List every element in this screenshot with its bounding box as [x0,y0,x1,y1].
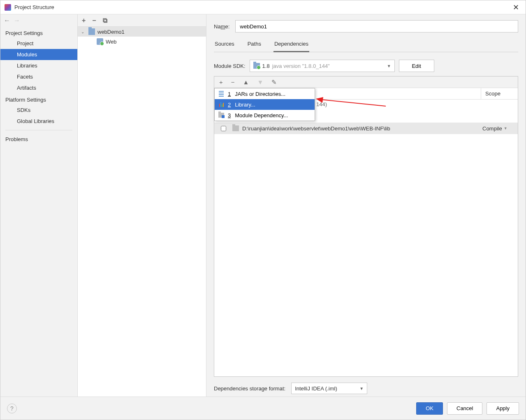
tab-sources[interactable]: Sources [214,38,235,52]
sdk-folder-icon [253,63,260,69]
remove-module-icon[interactable]: − [92,17,96,24]
popup-item-jars[interactable]: 1 JARs or Directories... [215,88,315,99]
dependencies-table: + − ▲ ▼ ✎ 1 JARs or Directories... [214,76,518,377]
project-structure-window: Project Structure ✕ ← → Project Settings… [0,0,526,420]
forward-arrow-icon[interactable]: → [14,17,20,24]
folder-icon [232,125,239,131]
add-dependency-icon[interactable]: + [219,79,223,86]
move-down-icon[interactable]: ▼ [257,79,263,86]
sdk-label: Module SDK: [214,63,246,69]
add-dependency-popup: 1 JARs or Directories... 2 Library... 3 [214,88,315,121]
section-header-project-settings: Project Settings [0,27,77,38]
popup-item-label: JARs or Directories... [235,91,285,97]
titlebar: Project Structure ✕ [0,0,526,14]
remove-dependency-icon[interactable]: − [231,79,235,86]
sidebar-item-facets[interactable]: Facets [0,71,77,82]
storage-label: Dependencies storage format: [214,385,285,392]
sidebar-item-project[interactable]: Project [0,38,77,49]
module-name-input[interactable] [235,20,518,32]
module-dep-icon [218,112,225,118]
tab-paths[interactable]: Paths [247,38,262,52]
tree-node-module[interactable]: ⌄ webDemo1 [78,27,206,37]
chevron-down-icon: ▼ [504,126,507,130]
popup-item-num: 2 [228,102,231,108]
footer-buttons: OK Cancel Apply [416,402,519,415]
name-label: Name: [214,23,229,30]
tabs: Sources Paths Dependencies [214,38,518,52]
sidebar: ← → Project Settings Project Modules Lib… [0,14,78,397]
sidebar-item-modules[interactable]: Modules [0,49,77,60]
add-module-icon[interactable]: + [82,17,86,24]
edit-sdk-button[interactable]: Edit [399,60,434,72]
sidebar-item-libraries[interactable]: Libraries [0,60,77,71]
popup-item-library[interactable]: 2 Library... [215,99,315,110]
storage-row: Dependencies storage format: IntelliJ ID… [214,383,518,394]
jar-icon [218,90,225,97]
detail-panel: Name: Sources Paths Dependencies Module … [206,14,526,397]
dep-table-blank [214,134,518,376]
move-up-icon[interactable]: ▲ [243,79,249,86]
dependency-path: D:\ruanjian\idea\work\webservlet\webDemo… [242,125,390,132]
popup-item-num: 3 [228,112,231,118]
dependency-row[interactable]: D:\ruanjian\idea\work\webservlet\webDemo… [214,123,518,134]
popup-item-num: 1 [228,91,231,97]
storage-select[interactable]: IntelliJ IDEA (.iml) ▼ [291,383,367,394]
export-checkbox[interactable] [221,126,226,131]
tree-node-label: Web [106,39,117,45]
chevron-down-icon: ▼ [387,64,391,68]
tree-node-label: webDemo1 [97,29,125,35]
sdk-desc-text: java version "1.8.0_144" [272,63,330,69]
module-folder-icon [88,28,95,35]
sidebar-item-global-libraries[interactable]: Global Libraries [0,116,77,127]
help-icon[interactable]: ? [7,404,17,413]
sidebar-item-problems[interactable]: Problems [0,134,77,145]
section-header-platform-settings: Platform Settings [0,93,77,104]
app-icon [5,4,11,11]
copy-module-icon[interactable]: ⧉ [103,17,107,24]
sidebar-item-sdks[interactable]: SDKs [0,104,77,116]
chevron-down-icon: ▼ [359,386,364,391]
scope-value: Compile [482,125,502,132]
sdk-select[interactable]: 1.8 java version "1.8.0_144" ▼ [250,60,395,72]
tree-toolbar: + − ⧉ [78,14,206,27]
dep-toolbar: + − ▲ ▼ ✎ [214,77,518,88]
tree-node-web[interactable]: Web [78,37,206,46]
scope-column-header: Scope [481,88,518,99]
close-icon[interactable]: ✕ [510,3,521,12]
library-icon [218,101,225,108]
sidebar-divider [5,130,72,130]
popup-item-label: Module Dependency... [235,112,288,118]
tab-dependencies[interactable]: Dependencies [273,38,309,52]
expand-chevron-icon[interactable]: ⌄ [79,30,86,34]
popup-item-module-dep[interactable]: 3 Module Dependency... [215,110,315,121]
web-facet-icon [97,38,103,45]
sdk-version-text: 1.8 [262,63,270,69]
sdk-row: Module SDK: 1.8 java version "1.8.0_144"… [214,60,518,72]
sidebar-item-artifacts[interactable]: Artifacts [0,82,77,93]
apply-button[interactable]: Apply [487,402,519,415]
storage-value: IntelliJ IDEA (.iml) [295,385,337,392]
ok-button[interactable]: OK [416,402,443,415]
obscured-row-tail: 144) [316,101,327,107]
popup-item-label: Library... [235,102,255,108]
dep-table-header: 1 JARs or Directories... 2 Library... 3 [214,88,518,100]
cancel-button[interactable]: Cancel [447,402,482,415]
scope-cell[interactable]: Compile ▼ [481,125,518,132]
dialog-body: ← → Project Settings Project Modules Lib… [0,14,526,397]
nav-history: ← → [0,14,77,27]
dialog-footer: ? OK Cancel Apply [0,397,526,420]
window-title: Project Structure [14,4,510,10]
export-checkbox-cell [214,126,232,131]
name-row: Name: [214,20,518,32]
back-arrow-icon[interactable]: ← [4,17,10,24]
edit-dependency-icon[interactable]: ✎ [271,79,277,86]
module-tree-panel: + − ⧉ ⌄ webDemo1 Web [78,14,206,397]
